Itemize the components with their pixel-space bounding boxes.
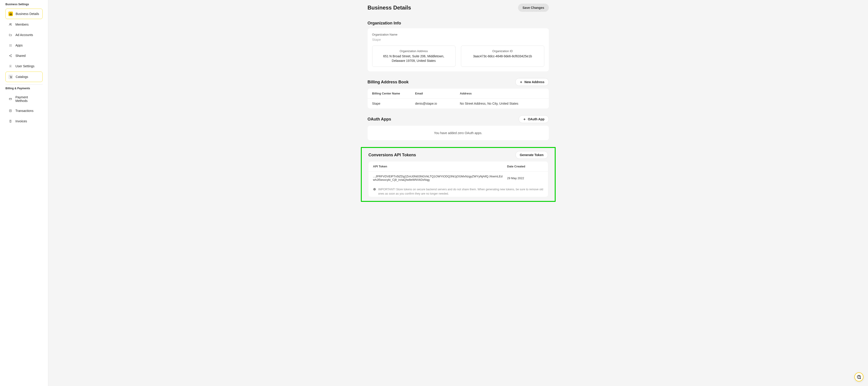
folder-icon	[8, 33, 13, 37]
billing-row-address: No Street Address, No City, United State…	[460, 102, 544, 105]
card-icon	[8, 97, 13, 101]
sidebar-section-business: Business Settings	[0, 3, 48, 8]
org-address-box: Organization Address 651 N Broad Street,…	[372, 46, 456, 67]
billing-row-email: denis@stape.io	[415, 102, 460, 105]
section-org-info: Organization Info Organization Name Stap…	[368, 21, 549, 71]
col-header-address: Address	[460, 92, 544, 95]
share-icon	[8, 54, 13, 58]
sidebar-item-transactions[interactable]: Transactions	[5, 106, 42, 116]
help-button[interactable]	[855, 373, 864, 382]
tokens-table-header: API Token Date Created	[369, 161, 548, 172]
generate-token-button[interactable]: Generate Token	[516, 151, 548, 159]
sidebar-item-user-settings[interactable]: User Settings	[5, 61, 42, 71]
plus-icon	[523, 118, 526, 121]
members-icon	[8, 22, 13, 27]
svg-point-1	[11, 24, 11, 24]
col-header-email: Email	[415, 92, 460, 95]
col-header-date: Date Created	[507, 165, 544, 168]
save-changes-button[interactable]: Save Changes	[518, 4, 549, 12]
new-address-label: New Address	[524, 80, 544, 84]
oauth-empty-card: You have added zero OAuth apps.	[368, 126, 549, 140]
billing-table-row[interactable]: Stape denis@stape.io No Street Address, …	[368, 98, 549, 109]
svg-rect-17	[9, 98, 12, 100]
sidebar-divider	[5, 84, 42, 85]
sidebar-item-label: Business Details	[16, 12, 39, 16]
billing-table: Billing Center Name Email Address Stape …	[368, 89, 549, 109]
oauth-app-button[interactable]: OAuth App	[519, 115, 549, 123]
token-note-text: IMPORTANT! Store tokens on secure backen…	[378, 187, 544, 196]
tokens-table: API Token Date Created ...JPRFVDVElPTn5l…	[369, 161, 548, 197]
svg-point-6	[10, 45, 11, 46]
sidebar-item-label: Payment Methods	[16, 95, 40, 102]
sidebar-item-label: Apps	[16, 43, 23, 47]
section-title-org-info: Organization Info	[368, 21, 401, 26]
org-address-label: Organization Address	[377, 49, 451, 53]
sidebar-item-label: Catalogs	[16, 75, 28, 79]
invoice-icon	[8, 119, 13, 123]
section-title-oauth: OAuth Apps	[368, 117, 391, 122]
org-id-box: Organization ID 3aac473c-8dcc-4648-9de6-…	[461, 46, 544, 67]
sidebar-item-payment-methods[interactable]: Payment Methods	[5, 93, 42, 105]
transactions-icon	[8, 109, 13, 113]
sidebar-item-label: Members	[16, 23, 29, 26]
sidebar: Business Settings Business Details Membe…	[0, 0, 48, 386]
svg-point-0	[9, 24, 10, 25]
svg-point-16	[11, 78, 11, 78]
sidebar-item-label: User Settings	[16, 64, 34, 68]
page-title: Business Details	[368, 4, 411, 11]
main-content: Business Details Save Changes Organizati…	[48, 0, 868, 386]
section-title-tokens: Conversions API Tokens	[369, 153, 416, 157]
generate-token-label: Generate Token	[520, 153, 544, 157]
col-header-token: API Token	[373, 165, 507, 168]
svg-point-9	[10, 46, 11, 47]
new-address-button[interactable]: New Address	[515, 78, 549, 86]
token-date: 29 May 2022	[507, 176, 544, 180]
home-icon	[8, 11, 13, 16]
section-billing: Billing Address Book New Address Billing…	[368, 78, 549, 109]
org-id-value: 3aac473c-8dcc-4648-9de6-8cf633425e1b	[466, 54, 539, 59]
tokens-table-row[interactable]: ...JPRFVDVElPTn5lZDg2ZmU0Ni03NGVkLTQ1OWY…	[369, 172, 548, 185]
org-info-card: Organization Name Stape Organization Add…	[368, 28, 549, 71]
plus-icon	[520, 81, 523, 84]
billing-row-name: Stape	[372, 102, 415, 105]
section-tokens-highlight: Conversions API Tokens Generate Token AP…	[361, 147, 556, 202]
svg-point-7	[11, 45, 11, 46]
sidebar-item-invoices[interactable]: Invoices	[5, 116, 42, 126]
svg-point-22	[859, 378, 859, 378]
section-oauth: OAuth Apps OAuth App You have added zero…	[368, 115, 549, 140]
sidebar-item-label: Invoices	[16, 119, 27, 123]
oauth-empty-text: You have added zero OAuth apps.	[434, 131, 483, 135]
svg-point-14	[10, 66, 11, 67]
page-header: Business Details Save Changes	[368, 4, 549, 12]
billing-table-header: Billing Center Name Email Address	[368, 89, 549, 98]
sidebar-item-shared[interactable]: Shared	[5, 51, 42, 61]
org-name-label: Organization Name	[372, 33, 544, 36]
sidebar-section-billing: Billing & Payments	[0, 87, 48, 92]
sidebar-item-catalogs[interactable]: Catalogs	[5, 71, 42, 82]
token-note: IMPORTANT! Store tokens on secure backen…	[369, 185, 548, 197]
org-name-value: Stape	[372, 38, 544, 41]
oauth-app-label: OAuth App	[528, 117, 544, 121]
token-value: ...JPRFVDVElPTn5lZDg2ZmU0Ni03NGVkLTQ1OWY…	[373, 175, 507, 181]
svg-point-3	[10, 44, 11, 44]
section-tokens: Conversions API Tokens Generate Token AP…	[369, 151, 548, 197]
svg-point-8	[9, 46, 10, 47]
gear-icon	[8, 64, 13, 68]
cart-icon	[8, 75, 13, 79]
sidebar-item-label: Transactions	[16, 109, 33, 113]
sidebar-item-label: Ad Accounts	[16, 33, 33, 37]
svg-point-4	[11, 44, 11, 44]
svg-point-15	[10, 78, 11, 78]
svg-point-5	[9, 45, 10, 46]
sidebar-item-label: Shared	[16, 54, 26, 58]
section-title-billing: Billing Address Book	[368, 80, 409, 85]
help-icon	[857, 375, 861, 379]
sidebar-item-apps[interactable]: Apps	[5, 40, 42, 50]
col-header-name: Billing Center Name	[372, 92, 415, 95]
svg-point-2	[9, 44, 10, 44]
org-id-label: Organization ID	[466, 49, 539, 53]
sidebar-item-members[interactable]: Members	[5, 20, 42, 29]
sidebar-item-ad-accounts[interactable]: Ad Accounts	[5, 30, 42, 40]
sidebar-item-business-details[interactable]: Business Details	[5, 9, 42, 19]
apps-grid-icon	[8, 43, 13, 48]
